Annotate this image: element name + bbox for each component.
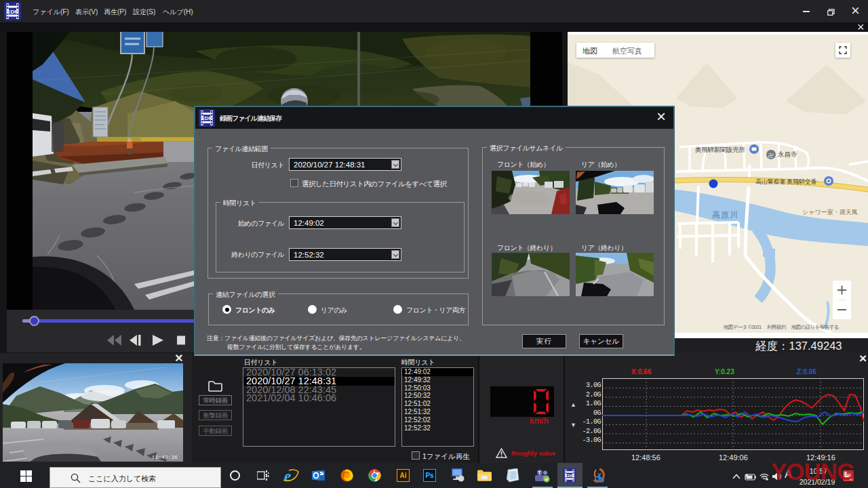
svg-text:卍: 卍 <box>768 152 774 159</box>
svg-text:EDR: EDR <box>565 473 574 478</box>
svg-text:EDR: EDR <box>7 9 18 15</box>
svg-text:12:49:36: 12:49:36 <box>152 454 178 460</box>
svg-text:T: T <box>538 470 541 475</box>
svg-text:EDR: EDR <box>201 115 213 121</box>
